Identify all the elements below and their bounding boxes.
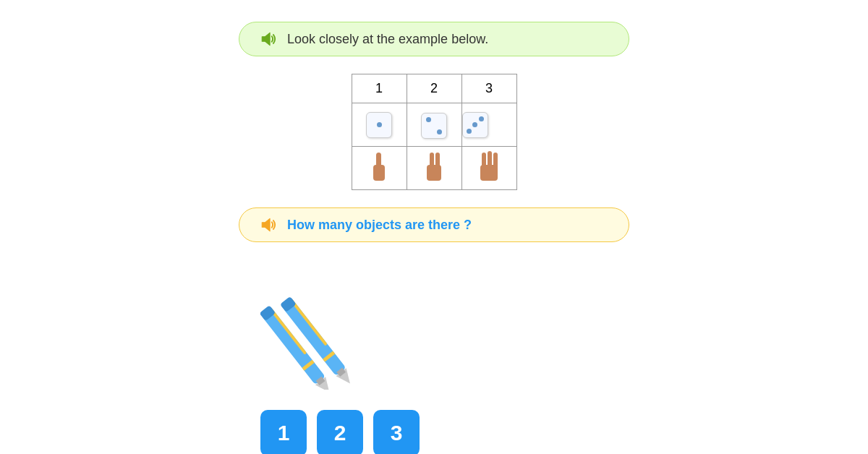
svg-rect-2 (376, 153, 381, 168)
svg-marker-0 (262, 33, 270, 45)
answer-button-1[interactable]: 1 (260, 410, 307, 454)
speaker-icon-2 (260, 215, 278, 234)
hand-1-cell (352, 147, 407, 190)
instruction-text: Look closely at the example below. (287, 32, 488, 47)
hand-3-svg (476, 149, 502, 185)
hand-3-cell (461, 147, 516, 190)
answer-button-2[interactable]: 2 (317, 410, 363, 454)
dot (437, 129, 442, 134)
svg-marker-10 (262, 218, 270, 231)
dice-3 (462, 112, 488, 138)
svg-rect-8 (488, 151, 492, 168)
dice-3-cell (461, 103, 516, 147)
svg-rect-4 (430, 153, 434, 168)
dot (479, 116, 484, 121)
answer-buttons-row: 1 2 3 (239, 410, 629, 454)
svg-rect-9 (493, 153, 498, 168)
pens-svg (260, 267, 387, 390)
speaker-icon (260, 30, 278, 48)
instruction-box: Look closely at the example below. (239, 22, 629, 56)
svg-rect-7 (482, 153, 486, 168)
dice-2 (421, 113, 447, 139)
svg-rect-5 (435, 153, 440, 168)
question-text: How many objects are there ? (287, 218, 472, 233)
dot (426, 117, 431, 122)
example-table: 1 2 3 (352, 74, 517, 190)
dot (467, 129, 472, 134)
col-header-1: 1 (352, 74, 407, 103)
dice-1 (366, 112, 392, 138)
question-box: How many objects are there ? (239, 207, 629, 242)
dice-1-cell (352, 103, 407, 147)
dice-2-cell (407, 103, 461, 147)
dot (472, 122, 477, 127)
hand-2-cell (407, 147, 461, 190)
pens-area (239, 267, 629, 390)
col-header-2: 2 (407, 74, 461, 103)
col-header-3: 3 (461, 74, 516, 103)
hand-1-svg (366, 149, 392, 185)
answer-button-3[interactable]: 3 (373, 410, 420, 454)
dot (377, 122, 382, 127)
hand-2-svg (421, 149, 447, 185)
